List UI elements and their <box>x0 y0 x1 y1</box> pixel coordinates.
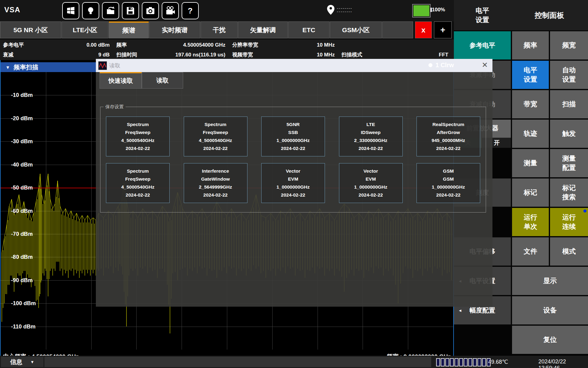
datetime-readout: 2024/02/22 13:59:46 <box>538 358 588 368</box>
preset-card[interactable]: Vector EVM 1_0000000GHz 2024-02-22 <box>339 163 403 203</box>
run-single-button[interactable]: 运行 单次 <box>512 208 549 236</box>
preset-card[interactable]: Vector EVM 1_0000000GHz 2024-02-22 <box>261 163 325 203</box>
attenuation-label: 衰减 <box>3 51 13 58</box>
temperature-readout: 49.68℃ <box>488 358 508 365</box>
battery-percent: 100% <box>432 7 445 13</box>
reset-button[interactable]: 复位 <box>512 326 588 354</box>
y-axis-label: -10 dBm <box>11 92 33 98</box>
run-continuous-button[interactable]: 运行 连续 <box>550 208 588 236</box>
help-icon[interactable]: ? <box>182 2 199 19</box>
dialog-title-bar[interactable]: 读取 1 Clrw ✕ <box>96 59 492 72</box>
preset-card[interactable]: Interference GateWindow 2_5649999GHz 202… <box>184 163 247 203</box>
video-icon[interactable] <box>162 2 179 19</box>
folder-rotate-icon[interactable] <box>102 2 119 19</box>
preset-card[interactable]: Spectrum FreqSweep 4_5000540GHz 2024-02-… <box>106 117 170 156</box>
gps-status: -------- -------- <box>327 5 352 15</box>
info-dropdown-label: 信息 <box>10 358 22 366</box>
chevron-down-icon[interactable]: ▼ <box>6 65 10 70</box>
vbw-label: 视频带宽 <box>232 51 253 58</box>
progress-block <box>468 358 472 366</box>
help-glyph: ? <box>188 6 193 16</box>
run-continuous-label: 运行 连续 <box>562 213 576 231</box>
control-panel-title: 控制面板 <box>511 0 588 30</box>
display-button[interactable]: 显示 <box>512 267 588 295</box>
progress-block <box>482 358 486 366</box>
y-axis-label: -100 dBm <box>11 300 36 307</box>
tab-etc[interactable]: ETC <box>288 21 330 38</box>
trace-legend-label: 1 Clrw <box>435 62 454 69</box>
sweep-mode-label: 扫描模式 <box>341 51 362 58</box>
device-button[interactable]: 设备 <box>512 296 588 324</box>
measure-config-button[interactable]: 测量 配置 <box>550 149 588 177</box>
info-dropdown[interactable]: 信息 ▼ <box>1 357 43 367</box>
saved-settings-group-label: 保存设置 <box>104 104 126 110</box>
sweep-button[interactable]: 扫描 <box>550 90 588 118</box>
camera-icon[interactable] <box>142 2 159 19</box>
measurement-summary: 参考电平0.00 dBm 频率4.500054000 GHz 分辨率带宽10 M… <box>0 40 454 60</box>
amplitude-config-label: 幅度配置 <box>469 306 495 315</box>
span-button[interactable]: 频宽 <box>550 31 588 59</box>
sweep-time-label: 扫描时间 <box>116 51 137 58</box>
ref-level-button[interactable]: 参考电平 <box>454 31 511 59</box>
tab-interference[interactable]: 干扰 <box>201 21 238 38</box>
sweep-mode-value: FFT <box>439 52 448 58</box>
trigger-button[interactable]: 触发 <box>550 120 588 148</box>
y-axis-label: -60 dBm <box>11 208 33 214</box>
y-axis-label: -50 dBm <box>11 185 33 191</box>
battery-icon <box>412 4 431 17</box>
saved-settings-group: 保存设置 Spectrum FreqSweep 4_5000540GHz 202… <box>100 104 486 213</box>
dialog-tab-quick-read[interactable]: 快速读取 <box>100 72 142 89</box>
frequency-button[interactable]: 频率 <box>512 31 549 59</box>
save-icon[interactable] <box>122 2 139 19</box>
location-pin-icon <box>327 5 334 15</box>
vbw-value: 10 MHz <box>317 52 335 58</box>
marker-search-button[interactable]: 标记 搜索 <box>550 178 588 207</box>
windows-icon[interactable] <box>62 2 79 19</box>
dialog-body: 快速读取 读取 保存设置 Spectrum FreqSweep 4_500054… <box>96 72 492 307</box>
preset-card[interactable]: Spectrum FreqSweep 4_5000540GHz 2024-02-… <box>184 117 247 156</box>
preset-card[interactable]: RealSpectrum AfterGrow 945_00000MHz 2024… <box>417 117 480 156</box>
tab-add-button[interactable]: + <box>434 21 452 38</box>
dialog-title: 读取 <box>109 62 120 69</box>
bulb-icon[interactable] <box>82 2 99 19</box>
preset-card[interactable]: 5GNR SSB 1_0000000GHz 2024-02-22 <box>261 117 325 156</box>
tab-spectrum[interactable]: 频谱 <box>109 21 149 38</box>
measure-button[interactable]: 测量 <box>512 149 549 177</box>
chart-window-title-bar[interactable]: ▼ 频率扫描 <box>1 62 96 72</box>
mode-button[interactable]: 模式 <box>550 237 588 266</box>
y-axis-label: -110 dBm <box>11 323 36 330</box>
tab-vector-demod[interactable]: 矢量解调 <box>238 21 288 38</box>
progress-block <box>464 358 468 366</box>
tab-gsm-cell[interactable]: GSM小区 <box>330 21 382 38</box>
rbw-label: 分辨率带宽 <box>232 41 258 48</box>
marker-button[interactable]: 标记 <box>512 178 549 207</box>
preset-card[interactable]: LTE IDSweep 2_3300000GHz 2024-02-22 <box>339 117 403 156</box>
bandwidth-button[interactable]: 带宽 <box>512 90 549 118</box>
chevron-down-icon: ▼ <box>30 360 34 364</box>
close-icon[interactable]: ✕ <box>480 60 490 70</box>
tab-5gnr-cell[interactable]: 5G NR 小区 <box>0 21 61 38</box>
progress-block <box>477 358 481 366</box>
ref-level-value: 0.00 dBm <box>86 42 110 48</box>
level-settings-panel-button[interactable]: 电平 设置 <box>512 61 549 89</box>
tab-lte-cell[interactable]: LTE小区 <box>62 21 108 38</box>
file-button[interactable]: 文件 <box>512 237 549 266</box>
read-dialog: 读取 1 Clrw ✕ 快速读取 读取 保存设置 Spectrum FreqSw… <box>96 59 492 307</box>
progress-block <box>436 358 440 366</box>
auto-settings-button[interactable]: 自动 设置 <box>550 61 588 89</box>
progress-block <box>459 358 463 366</box>
progress-block <box>454 358 458 366</box>
app-logo: VSA <box>4 6 20 14</box>
tab-realtime-spectrum[interactable]: 实时频谱 <box>149 21 200 38</box>
tab-close-button[interactable]: x <box>415 21 432 38</box>
top-bar: VSA ? -------- -------- 100% <box>0 0 454 21</box>
waveform-icon <box>98 61 107 70</box>
y-axis-label: -30 dBm <box>11 138 33 145</box>
preset-card[interactable]: Spectrum FreqSweep 4_5000540GHz 2024-02-… <box>106 163 170 203</box>
dialog-tab-read[interactable]: 读取 <box>142 72 183 89</box>
status-bar: 信息 ▼ 49.68℃ 2024/02/22 13:59:46 <box>0 356 588 368</box>
trace-button[interactable]: 轨迹 <box>512 120 549 148</box>
battery-fill <box>413 5 429 16</box>
attenuation-value: 9 dB <box>98 52 110 58</box>
preset-card[interactable]: GSM GSM 1_0000000GHz 2024-02-22 <box>417 163 480 203</box>
